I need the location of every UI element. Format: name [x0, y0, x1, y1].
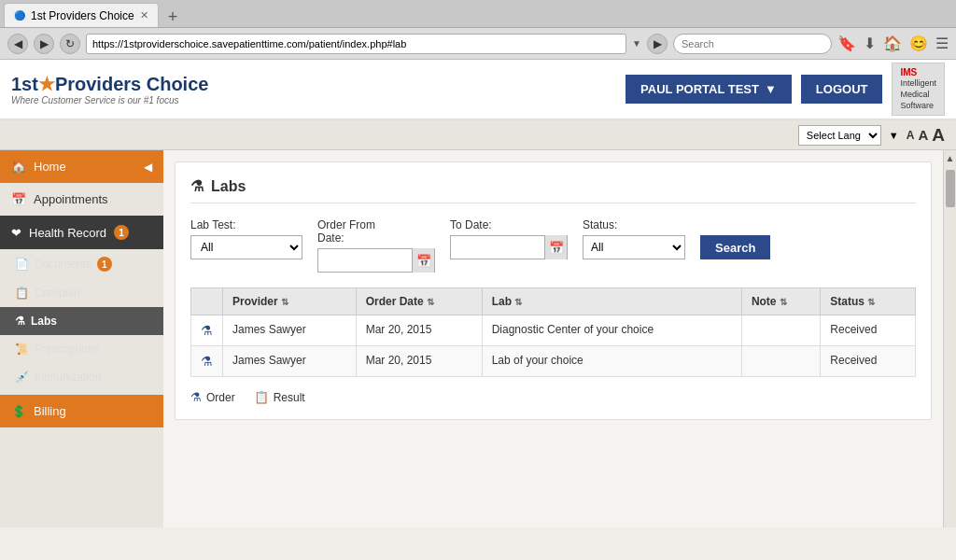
app-header: 1st★Providers Choice Where Customer Serv… — [0, 60, 956, 120]
col-order-date[interactable]: Order Date ⇅ — [356, 288, 482, 315]
url-bar[interactable] — [86, 34, 626, 54]
result-label: Result — [274, 391, 305, 404]
url-dropdown-arrow[interactable]: ▼ — [632, 38, 641, 49]
logo-area: 1st★Providers Choice Where Customer Serv… — [11, 73, 626, 105]
sidebar-item-appointments[interactable]: 📅 Appointments — [0, 183, 163, 216]
sidebar-item-labs[interactable]: ⚗ Labs — [0, 307, 163, 335]
to-date-calendar-button[interactable]: 📅 — [544, 235, 567, 259]
col-icon — [191, 288, 223, 315]
sidebar-prescriptions-label: Prescriptions — [35, 343, 99, 356]
row-provider: James Sawyer — [223, 346, 357, 377]
order-date-sort-icon: ⇅ — [427, 297, 434, 307]
profile-icon[interactable]: 😊 — [909, 35, 928, 52]
bookmark-icon[interactable]: 🔖 — [837, 35, 856, 52]
content-inner: ⚗ Labs Lab Test: All Order From Date: — [175, 161, 932, 420]
ims-logo: IMS IntelligentMedicalSoftware — [892, 63, 945, 116]
sidebar-item-prescriptions[interactable]: 📜 Prescriptions — [0, 335, 163, 363]
table-header-row: Provider ⇅ Order Date ⇅ Lab ⇅ Note ⇅ Sta — [191, 288, 916, 315]
result-link[interactable]: 📋 Result — [254, 390, 305, 404]
appointments-icon: 📅 — [11, 192, 26, 206]
status-select[interactable]: All — [583, 235, 685, 259]
forward-button[interactable]: ▶ — [34, 34, 54, 54]
note-sort-icon: ⇅ — [780, 297, 787, 307]
font-large-button[interactable]: A — [932, 125, 945, 146]
logo-star: ★ — [38, 74, 55, 94]
table-row[interactable]: ⚗ James Sawyer Mar 20, 2015 Diagnostic C… — [191, 315, 916, 346]
scrollbar-right[interactable]: ▲ — [943, 150, 956, 527]
sidebar-item-home[interactable]: 🏠 Home ◀ — [0, 150, 163, 183]
sidebar-labs-label: Labs — [31, 315, 57, 328]
download-icon[interactable]: ⬇ — [864, 35, 876, 52]
order-from-date-input[interactable] — [318, 249, 412, 272]
sidebar-item-documents[interactable]: 📄 Documents 1 — [0, 249, 163, 279]
order-link[interactable]: ⚗ Order — [190, 390, 235, 404]
row-status: Received — [821, 346, 916, 377]
table-footer: ⚗ Order 📋 Result — [190, 390, 916, 404]
sidebar-billing-label: Billing — [34, 404, 66, 418]
col-status[interactable]: Status ⇅ — [821, 288, 916, 315]
back-button[interactable]: ◀ — [7, 34, 28, 54]
lab-sort-icon: ⇅ — [514, 297, 522, 307]
home-nav-icon[interactable]: 🏠 — [883, 35, 902, 52]
scroll-thumb[interactable] — [946, 170, 955, 207]
row-lab: Lab of your choice — [482, 346, 741, 377]
font-controls: A A A — [907, 125, 945, 146]
table-row[interactable]: ⚗ James Sawyer Mar 20, 2015 Lab of your … — [191, 346, 916, 377]
menu-icon[interactable]: ☰ — [935, 35, 949, 52]
result-footer-icon: 📋 — [254, 390, 269, 404]
sidebar: 🏠 Home ◀ 📅 Appointments ❤ Health Record … — [0, 150, 163, 527]
labs-section-title: ⚗ Labs — [190, 177, 916, 203]
font-small-button[interactable]: A — [907, 129, 915, 142]
row-note — [741, 315, 820, 346]
font-medium-button[interactable]: A — [918, 127, 928, 143]
logout-button[interactable]: LOGOUT — [801, 75, 883, 104]
order-from-calendar-button[interactable]: 📅 — [412, 248, 434, 273]
browser-search-input[interactable] — [673, 34, 832, 54]
nav-icons: 🔖 ⬇ 🏠 😊 ☰ — [837, 35, 949, 52]
scroll-up-arrow[interactable]: ▲ — [943, 150, 956, 166]
new-tab-button[interactable]: + — [162, 7, 184, 27]
tab-bar: 🔵 1st Providers Choice ✕ + — [0, 0, 956, 28]
lang-dropdown-arrow[interactable]: ▼ — [889, 130, 899, 141]
col-note[interactable]: Note ⇅ — [741, 288, 820, 315]
go-forward-button[interactable]: ▶ — [647, 34, 668, 54]
row-icon-cell: ⚗ — [191, 315, 223, 346]
portal-button[interactable]: PAUL PORTAL TEST ▼ — [626, 75, 792, 104]
sidebar-collapse-btn[interactable]: ◀ — [144, 161, 152, 174]
documents-badge: 1 — [97, 257, 112, 272]
sidebar-appointments-label: Appointments — [34, 192, 108, 206]
search-button[interactable]: Search — [700, 235, 770, 259]
to-date-filter: To Date: 📅 — [450, 218, 568, 259]
sidebar-item-health-record[interactable]: ❤ Health Record 1 — [0, 216, 163, 249]
health-record-icon: ❤ — [11, 226, 21, 240]
language-select[interactable]: Select Lang — [798, 125, 881, 146]
to-date-input[interactable] — [451, 236, 544, 259]
sidebar-item-careplan[interactable]: 📋 Careplan — [0, 279, 163, 307]
row-lab-icon: ⚗ — [201, 323, 213, 338]
order-from-label: Order From Date: — [317, 218, 435, 245]
col-provider[interactable]: Provider ⇅ — [223, 288, 357, 315]
lab-test-select[interactable]: All — [190, 235, 302, 259]
health-record-badge: 1 — [114, 225, 129, 240]
tab-icon: 🔵 — [14, 10, 25, 21]
active-tab[interactable]: 🔵 1st Providers Choice ✕ — [4, 3, 159, 27]
sidebar-immunization-label: Immunization — [35, 371, 101, 384]
sidebar-item-immunization[interactable]: 💉 Immunization — [0, 363, 163, 391]
row-icon-cell: ⚗ — [191, 346, 223, 377]
status-sort-icon: ⇅ — [867, 297, 875, 307]
sidebar-health-record-label: Health Record — [29, 226, 106, 240]
provider-sort-icon: ⇅ — [281, 297, 288, 307]
col-lab[interactable]: Lab ⇅ — [482, 288, 741, 315]
labs-title-text: Labs — [211, 178, 246, 195]
tab-close-btn[interactable]: ✕ — [140, 9, 148, 21]
row-lab-icon: ⚗ — [201, 354, 213, 369]
home-icon: 🏠 — [11, 160, 26, 174]
documents-icon: 📄 — [15, 258, 29, 271]
refresh-button[interactable]: ↻ — [60, 34, 80, 54]
row-status: Received — [821, 315, 916, 346]
row-note — [741, 346, 820, 377]
status-filter: Status: All — [583, 218, 685, 259]
sidebar-item-billing[interactable]: 💲 Billing — [0, 395, 163, 427]
sidebar-careplan-label: Careplan — [35, 287, 80, 300]
sidebar-home-label: Home — [34, 160, 66, 174]
